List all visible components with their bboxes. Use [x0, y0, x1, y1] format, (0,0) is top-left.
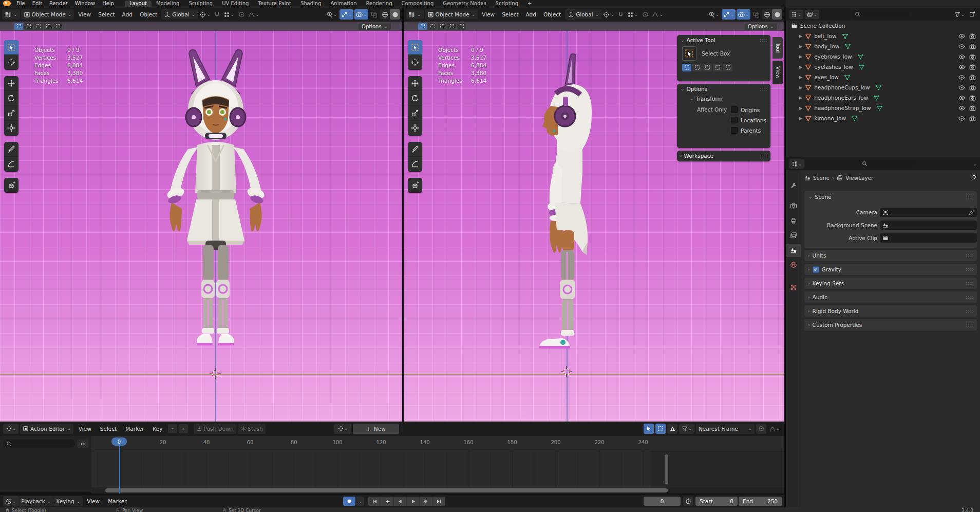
- use-preview-range-button[interactable]: [683, 497, 693, 506]
- stash-button[interactable]: Stash: [238, 424, 266, 434]
- disclosure-icon[interactable]: ▶: [799, 44, 802, 49]
- orientation-dropdown[interactable]: Global⌄: [565, 9, 601, 20]
- viewport-menu-add[interactable]: Add: [523, 11, 539, 17]
- select-set-button[interactable]: [14, 23, 23, 30]
- panel-header[interactable]: › Custom Properties::::: [804, 319, 977, 331]
- outliner-row-body_low[interactable]: ▶ body_low: [786, 41, 980, 51]
- wireframe-shading-button[interactable]: [762, 9, 772, 20]
- outliner-filter-dropdown[interactable]: ⌄: [953, 10, 966, 19]
- eye-icon[interactable]: [958, 105, 965, 112]
- topbar-menu-render[interactable]: Render: [46, 1, 71, 7]
- topbar-menu-file[interactable]: File: [13, 1, 29, 7]
- falloff-dropdown[interactable]: ⌄: [768, 424, 781, 434]
- camera-icon[interactable]: [969, 64, 976, 70]
- pin-icon[interactable]: [971, 175, 977, 181]
- select-box-tool-button[interactable]: [408, 40, 422, 55]
- topbar-menu-help[interactable]: Help: [99, 1, 118, 7]
- character-model-front[interactable]: [154, 39, 277, 348]
- select-intersect-button[interactable]: [723, 64, 732, 71]
- camera-icon[interactable]: [969, 74, 976, 81]
- gizmo-toggle[interactable]: ⌄: [340, 9, 353, 20]
- frame-end-field[interactable]: End250: [739, 497, 782, 506]
- play-button[interactable]: [407, 497, 420, 506]
- panel-header[interactable]: › Units::::: [804, 250, 977, 261]
- viewport-menu-view[interactable]: View: [479, 11, 498, 17]
- editor-type-button[interactable]: ⌄: [406, 9, 424, 20]
- active-tool-panel-header[interactable]: ⌄Active Tool::::: [677, 35, 770, 45]
- viewport-front[interactable]: ⌄Object Mode⌄ViewSelectAddObjectGlobal⌄⌄…: [0, 7, 402, 422]
- filter-dropdown[interactable]: ⌄: [679, 424, 694, 434]
- panel-grip[interactable]: ::::: [966, 253, 973, 258]
- playbar-menu-view[interactable]: View: [83, 498, 104, 504]
- gizmo-toggle[interactable]: ⌄: [722, 9, 736, 20]
- disclosure-icon[interactable]: ▶: [799, 116, 802, 121]
- select-set-button[interactable]: [682, 64, 691, 71]
- workspace-tab-uv-editing[interactable]: UV Editing: [217, 1, 253, 7]
- camera-icon[interactable]: [969, 105, 976, 112]
- mode-dropdown[interactable]: Object Mode⌄: [425, 9, 478, 20]
- select-set-button[interactable]: [418, 23, 427, 30]
- select-extend-button[interactable]: [24, 23, 33, 30]
- panel-grip[interactable]: ::::: [966, 323, 973, 327]
- add-workspace-button[interactable]: +: [523, 1, 536, 7]
- viewport-menu-object[interactable]: Object: [137, 11, 160, 17]
- falloff-dropdown[interactable]: ⌄: [247, 9, 260, 20]
- measure-tool-button[interactable]: [4, 157, 18, 172]
- workspace-tab-sculpting[interactable]: Sculpting: [184, 1, 217, 7]
- select-extend-button[interactable]: [428, 23, 437, 30]
- outliner-row-eyebrows_low[interactable]: ▶ eyebrows_low: [786, 51, 980, 62]
- add-cube-tool-button[interactable]: [408, 178, 422, 193]
- dope-sheet-key-area[interactable]: [91, 451, 784, 487]
- move-tool-button[interactable]: [4, 76, 18, 91]
- panel-header[interactable]: › Keying Sets::::: [804, 278, 977, 289]
- properties-tab-viewlayer[interactable]: [786, 229, 801, 242]
- outliner-row-headphoneCups_low[interactable]: ▶ headphoneCups_low: [786, 82, 980, 93]
- viewport-menu-view[interactable]: View: [75, 11, 94, 17]
- panel-grip[interactable]: ::::: [966, 281, 973, 286]
- jump-end-button[interactable]: [432, 497, 445, 506]
- viewport-menu-object[interactable]: Object: [540, 11, 564, 17]
- solid-shading-button[interactable]: [772, 9, 782, 20]
- push-down-button[interactable]: Push Down: [194, 424, 236, 434]
- viewport-front-canvas[interactable]: Objects0 / 9Vertices3,527Edges6,884Faces…: [0, 31, 402, 422]
- display-mode-dropdown[interactable]: ⌄: [789, 10, 803, 19]
- play-reverse-button[interactable]: [394, 497, 407, 506]
- sidebar-tab-view[interactable]: View: [772, 61, 783, 84]
- disclosure-icon[interactable]: ▶: [799, 106, 802, 111]
- eyedropper-icon[interactable]: [969, 209, 975, 215]
- select-extend-button[interactable]: [692, 64, 702, 71]
- workspace-tab-compositing[interactable]: Compositing: [397, 1, 439, 7]
- keying-options-chevron[interactable]: ⌄: [356, 497, 364, 506]
- next-keyframe-button[interactable]: [420, 497, 432, 506]
- camera-icon[interactable]: [969, 84, 976, 91]
- scale-tool-button[interactable]: [4, 106, 18, 121]
- add-cube-tool-button[interactable]: [4, 178, 18, 193]
- options-panel-header[interactable]: ⌄Options::::: [677, 84, 770, 94]
- wireframe-shading-button[interactable]: [380, 9, 390, 20]
- camera-icon[interactable]: [969, 115, 976, 122]
- panel-grip[interactable]: ::::: [966, 295, 973, 300]
- origins-checkbox[interactable]: [731, 106, 738, 113]
- dope-sheet-menu-marker[interactable]: Marker: [122, 426, 147, 432]
- transform-subpanel-header[interactable]: ⌄Transform: [677, 94, 770, 103]
- panel-grip[interactable]: ::::: [760, 154, 767, 158]
- dope-sheet-mode-dropdown[interactable]: Action Editor⌄: [20, 424, 73, 434]
- panel-grip[interactable]: ::::: [966, 195, 973, 199]
- pivot-point-dropdown[interactable]: ⌄: [199, 9, 211, 20]
- eye-icon[interactable]: [958, 33, 965, 40]
- prev-keyframe-button[interactable]: [381, 497, 394, 506]
- select-subtract-button[interactable]: [703, 64, 712, 71]
- topbar-menu-edit[interactable]: Edit: [29, 1, 46, 7]
- pivot-point-dropdown[interactable]: ⌄: [602, 9, 615, 20]
- workspace-tab-animation[interactable]: Animation: [326, 1, 362, 7]
- background-scene-field[interactable]: [880, 221, 977, 230]
- panel-grip[interactable]: ::::: [966, 309, 973, 314]
- channel-search-input[interactable]: [3, 440, 75, 448]
- scene-panel-header[interactable]: ⌄Scene::::: [804, 191, 977, 203]
- transform-tool-button[interactable]: [4, 121, 18, 136]
- mode-dropdown[interactable]: Object Mode⌄: [21, 9, 74, 20]
- workspace-tab-shading[interactable]: Shading: [296, 1, 326, 7]
- workspace-tab-scripting[interactable]: Scripting: [491, 1, 523, 7]
- outliner-row-headphoneEars_low[interactable]: ▶ headphoneEars_low: [786, 93, 980, 103]
- new-collection-button[interactable]: [968, 10, 977, 19]
